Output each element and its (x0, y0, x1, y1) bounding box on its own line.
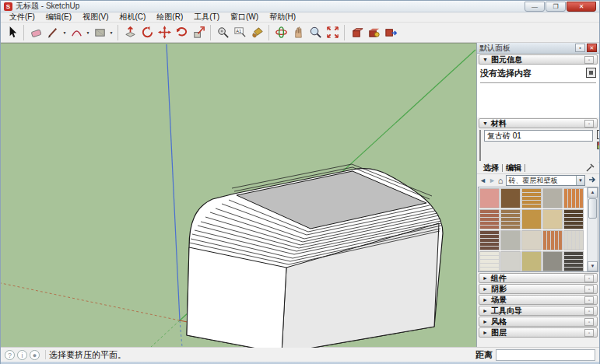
minimize-button[interactable]: — (525, 2, 545, 12)
material-swatch[interactable] (542, 230, 563, 250)
scroll-up-icon[interactable]: ▲ (588, 187, 598, 198)
warehouse-tool-icon[interactable] (365, 24, 382, 41)
shapes-tool-dropdown-icon[interactable]: ▼ (108, 24, 114, 41)
tab-select[interactable]: 选择 (480, 163, 502, 173)
tab-edit[interactable]: 编辑 (503, 163, 525, 173)
sample-paint-icon[interactable] (585, 162, 596, 174)
section-styles[interactable]: ► 风格 ▫ (479, 317, 598, 327)
resize-corner-icon[interactable] (598, 152, 599, 163)
material-category-dropdown[interactable]: 砖、覆层和壁板 ▼ (506, 175, 586, 186)
material-swatch[interactable] (563, 209, 584, 229)
previous-view-tool-icon[interactable] (348, 24, 365, 41)
material-swatch[interactable] (479, 209, 500, 229)
follow-me-tool-icon[interactable] (139, 24, 156, 41)
orbit-tool-icon[interactable] (272, 24, 289, 41)
zoom-extents-tool-icon[interactable] (324, 24, 341, 41)
section-collapse-icon[interactable]: ▫ (584, 285, 594, 293)
maximize-button[interactable]: ❐ (546, 2, 566, 12)
material-swatch[interactable] (521, 209, 542, 229)
tape-measure-tool-icon[interactable] (214, 24, 231, 41)
scroll-down-icon[interactable]: ▼ (588, 261, 598, 271)
pin-icon[interactable]: ▪ (575, 44, 585, 52)
section-components[interactable]: ► 组件 ▫ (479, 273, 598, 283)
rotate-tool-icon[interactable] (173, 24, 190, 41)
entity-info-header[interactable]: ▼ 图元信息 ▫ (479, 54, 598, 65)
credits-icon[interactable]: i (17, 350, 27, 360)
home-icon[interactable]: ⌂ (498, 176, 504, 185)
materials-collapse-icon[interactable]: ▫ (584, 120, 594, 128)
section-collapse-icon[interactable]: ▫ (584, 275, 594, 282)
sketchup-app-icon[interactable]: S (4, 2, 12, 11)
section-collapse-icon[interactable]: ▫ (584, 318, 594, 326)
section-scenes[interactable]: ► 场景 ▫ (479, 295, 598, 305)
material-swatch[interactable] (542, 251, 563, 271)
menu-edit[interactable]: 编辑(E) (40, 12, 77, 23)
menu-file[interactable]: 文件(F) (4, 12, 40, 23)
chevron-right-icon: ► (482, 319, 488, 324)
material-swatch[interactable] (500, 230, 521, 250)
section-shadows[interactable]: ► 阴影 ▫ (479, 284, 598, 294)
dropdown-caret-icon[interactable]: ▼ (576, 176, 584, 185)
move-tool-icon[interactable] (156, 24, 173, 41)
entity-info-collapse-icon[interactable]: ▫ (584, 56, 594, 64)
text-tool-icon[interactable]: A1 (231, 24, 248, 41)
menu-camera[interactable]: 相机(C) (114, 12, 151, 23)
material-swatch[interactable] (542, 209, 563, 229)
material-swatch[interactable] (542, 188, 563, 208)
get-models-tool-icon[interactable] (382, 24, 399, 41)
tray-close-icon[interactable]: ✕ (587, 44, 597, 52)
svg-text:A1: A1 (236, 29, 241, 33)
material-swatch[interactable] (500, 209, 521, 229)
scroll-thumb[interactable] (588, 198, 597, 219)
sign-in-icon[interactable]: ● (30, 350, 40, 360)
menu-help[interactable]: 帮助(H) (264, 12, 301, 23)
arc-tool-icon[interactable] (68, 24, 85, 41)
menu-view[interactable]: 视图(V) (77, 12, 114, 23)
section-collapse-icon[interactable]: ▫ (584, 329, 594, 337)
section-instructor[interactable]: ► 工具向导 ▫ (479, 306, 598, 316)
push-pull-tool-icon[interactable] (121, 24, 139, 41)
material-swatch[interactable] (479, 230, 500, 250)
material-swatch-list: ▲ ▼ (478, 187, 598, 272)
section-layers[interactable]: ► 图层 ▫ (479, 327, 598, 338)
line-tool-icon[interactable] (44, 24, 61, 41)
paint-bucket-tool-icon[interactable] (248, 24, 265, 41)
close-button[interactable]: ✕ (567, 2, 596, 12)
material-swatch[interactable] (479, 188, 500, 208)
drawing-viewport[interactable] (1, 43, 476, 347)
material-swatch[interactable] (563, 188, 584, 208)
swatch-scrollbar[interactable]: ▲ ▼ (587, 187, 598, 271)
material-name-input[interactable] (484, 130, 593, 142)
zoom-tool-icon[interactable] (307, 24, 324, 41)
geolocation-icon[interactable]: ? (5, 350, 15, 360)
scale-tool-icon[interactable] (190, 24, 207, 41)
menu-tools[interactable]: 工具(T) (188, 12, 225, 23)
pan-tool-icon[interactable] (289, 24, 307, 41)
chevron-right-icon: ► (482, 308, 488, 313)
eraser-tool-icon[interactable] (27, 24, 44, 41)
material-swatch[interactable] (563, 230, 584, 250)
section-collapse-icon[interactable]: ▫ (584, 307, 594, 315)
create-material-icon[interactable] (597, 130, 600, 139)
section-collapse-icon[interactable]: ▫ (584, 296, 594, 304)
material-swatch[interactable] (500, 251, 521, 271)
materials-header[interactable]: ▼ 材料 ▫ (479, 118, 598, 128)
material-swatch[interactable] (563, 251, 584, 271)
current-material-thumbnail[interactable] (479, 130, 481, 161)
material-swatch[interactable] (521, 230, 542, 250)
shapes-tool-icon[interactable] (91, 24, 108, 41)
material-swatch[interactable] (521, 251, 542, 271)
display-pane-icon[interactable] (597, 142, 600, 149)
arc-tool-dropdown-icon[interactable]: ▼ (85, 24, 91, 41)
material-swatch[interactable] (479, 251, 500, 271)
material-swatch[interactable] (521, 188, 542, 208)
back-arrow-icon[interactable]: ◄ (479, 177, 486, 184)
forward-arrow-icon[interactable]: ► (489, 177, 496, 184)
line-tool-dropdown-icon[interactable]: ▼ (61, 24, 68, 41)
menu-draw[interactable]: 绘图(R) (151, 12, 188, 23)
details-arrow-icon[interactable] (588, 175, 597, 186)
measurement-input[interactable] (496, 349, 595, 361)
select-tool-icon[interactable] (3, 24, 20, 41)
menu-window[interactable]: 窗口(W) (225, 12, 264, 23)
material-swatch[interactable] (500, 188, 521, 208)
